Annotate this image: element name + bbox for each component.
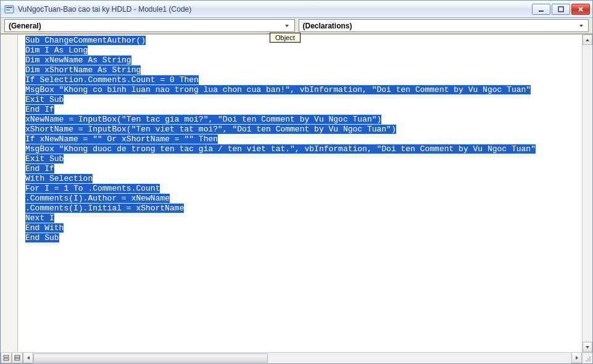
svg-rect-1 bbox=[6, 7, 12, 8]
code-line[interactable]: MsgBox "Khong co binh luan nao trong lua… bbox=[25, 85, 582, 95]
svg-point-13 bbox=[586, 360, 587, 362]
object-dropdown-value: (General) bbox=[9, 22, 283, 30]
window-controls bbox=[532, 4, 590, 15]
code-line[interactable]: If Selection.Comments.Count = 0 Then bbox=[25, 75, 582, 85]
code-line[interactable]: With Selection bbox=[25, 174, 582, 184]
code-line[interactable]: MsgBox "Khong duoc de trong ten tac gia … bbox=[25, 144, 582, 154]
code-line[interactable]: End With bbox=[25, 223, 582, 233]
code-line[interactable]: End If bbox=[25, 105, 582, 115]
code-content[interactable]: Sub ChangeCommentAuthor()Dim I As LongDi… bbox=[18, 36, 582, 243]
app-icon bbox=[4, 4, 14, 14]
title-bar: VuNgocTuan-Bao cao tai ky HDLD - Module1… bbox=[1, 1, 592, 18]
code-line[interactable]: If xNewName = "" Or xShortName = "" Then bbox=[25, 134, 582, 144]
procedure-dropdown-value: (Declarations) bbox=[303, 22, 577, 30]
code-line[interactable]: Exit Sub bbox=[25, 95, 582, 105]
bottom-bar bbox=[1, 352, 592, 363]
svg-rect-7 bbox=[15, 355, 20, 360]
tooltip: Object bbox=[270, 33, 301, 43]
code-line[interactable]: Dim xNewName As String bbox=[25, 56, 582, 65]
close-button[interactable] bbox=[571, 4, 590, 15]
window-title: VuNgocTuan-Bao cao tai ky HDLD - Module1… bbox=[18, 5, 532, 14]
svg-rect-6 bbox=[4, 358, 9, 360]
code-line[interactable]: Exit Sub bbox=[25, 154, 582, 164]
svg-rect-2 bbox=[6, 9, 10, 10]
minimize-button[interactable] bbox=[532, 4, 550, 15]
svg-point-12 bbox=[589, 358, 591, 360]
code-line[interactable]: .Comments(I).Author = xNewName bbox=[25, 194, 582, 204]
full-module-view-button[interactable] bbox=[12, 353, 23, 363]
maximize-button[interactable] bbox=[552, 4, 570, 15]
scroll-right-button[interactable] bbox=[571, 353, 582, 363]
horizontal-scrollbar[interactable] bbox=[23, 353, 582, 363]
code-editor-frame: Sub ChangeCommentAuthor()Dim I As LongDi… bbox=[1, 34, 592, 352]
procedure-view-button[interactable] bbox=[1, 353, 12, 363]
object-dropdown[interactable]: (General) bbox=[4, 19, 295, 32]
code-pane[interactable]: Sub ChangeCommentAuthor()Dim I As LongDi… bbox=[18, 35, 582, 352]
svg-point-14 bbox=[587, 360, 589, 362]
svg-point-10 bbox=[589, 357, 591, 358]
svg-rect-5 bbox=[4, 355, 9, 357]
code-line[interactable]: End Sub bbox=[25, 233, 582, 243]
object-procedure-bar: (General) (Declarations) Object bbox=[1, 18, 592, 34]
resize-grip-icon[interactable] bbox=[582, 353, 592, 363]
scroll-track[interactable] bbox=[583, 45, 592, 342]
scroll-down-button[interactable] bbox=[583, 342, 592, 352]
svg-point-11 bbox=[587, 358, 589, 360]
scroll-left-button[interactable] bbox=[23, 353, 33, 363]
code-line[interactable]: .Comments(I).Initial = xShortName bbox=[25, 204, 582, 213]
svg-point-15 bbox=[589, 360, 591, 362]
vertical-scrollbar[interactable] bbox=[582, 35, 592, 352]
code-line[interactable]: xNewName = InputBox("Ten tac gia moi?", … bbox=[25, 115, 582, 125]
code-line[interactable]: For I = 1 To .Comments.Count bbox=[25, 184, 582, 194]
chevron-down-icon bbox=[576, 20, 586, 31]
scroll-thumb[interactable] bbox=[33, 354, 268, 363]
margin-indicator-bar[interactable] bbox=[1, 35, 18, 352]
scroll-track[interactable] bbox=[33, 353, 571, 363]
code-line[interactable]: xShortName = InputBox("Ten viet tat moi?… bbox=[25, 125, 582, 134]
code-line[interactable]: Dim I As Long bbox=[25, 46, 582, 56]
code-line[interactable]: Next I bbox=[25, 213, 582, 223]
procedure-dropdown[interactable]: (Declarations) bbox=[299, 19, 589, 32]
code-line[interactable]: Sub ChangeCommentAuthor() bbox=[25, 36, 582, 46]
scroll-up-button[interactable] bbox=[583, 35, 592, 45]
code-line[interactable]: Dim xShortName As String bbox=[25, 65, 582, 75]
code-line[interactable]: End If bbox=[25, 164, 582, 174]
svg-rect-4 bbox=[558, 7, 563, 12]
chevron-down-icon bbox=[283, 20, 292, 31]
svg-rect-3 bbox=[539, 10, 544, 12]
